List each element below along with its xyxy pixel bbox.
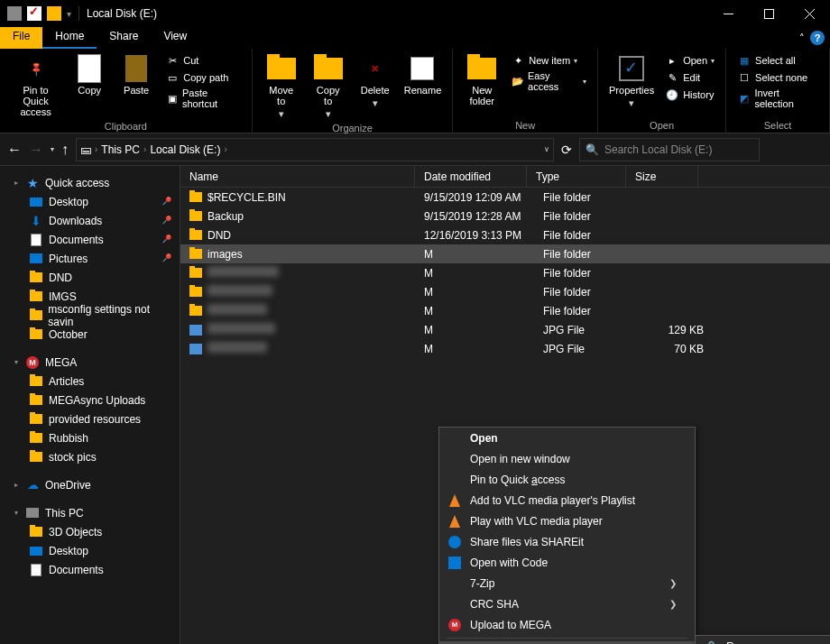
close-button[interactable] <box>789 0 830 27</box>
maximize-button[interactable] <box>749 0 789 27</box>
tab-view[interactable]: View <box>151 27 199 49</box>
pin-to-quick-access-button[interactable]: 📌 Pin to Quick access <box>7 52 64 119</box>
sidebar-item[interactable]: msconfig settings not savin <box>0 306 180 325</box>
copy-to-button[interactable]: Copy to▾ <box>307 52 350 121</box>
sidebar-item[interactable]: Documents📍 <box>0 230 180 249</box>
qat-properties-icon[interactable] <box>27 6 42 21</box>
blank-icon <box>447 575 463 592</box>
delete-button[interactable]: ✕Delete▾ <box>354 52 397 121</box>
history-button[interactable]: 🕘History <box>661 87 718 103</box>
image-icon <box>189 325 202 336</box>
blank-icon <box>447 472 463 488</box>
menu-item[interactable]: Play with VLC media player <box>439 511 695 531</box>
new-folder-icon <box>467 58 496 79</box>
menu-item[interactable]: CRC SHA ❯ <box>439 593 695 614</box>
crumb-location[interactable]: Local Disk (E:) <box>150 143 220 156</box>
pin-icon: 📌 <box>27 60 43 77</box>
rename-icon <box>410 57 434 80</box>
paste-shortcut-button[interactable]: ▣Paste shortcut <box>161 87 244 110</box>
sidebar-item[interactable]: Documents <box>0 560 180 579</box>
easy-access-button[interactable]: 📂Easy access ▾ <box>507 69 590 93</box>
sidebar-item[interactable]: provided resources <box>0 409 180 428</box>
app-icon <box>7 6 22 21</box>
menu-item[interactable]: Add to VLC media player's Playlist <box>439 490 695 511</box>
back-button[interactable]: ← <box>7 142 22 158</box>
sidebar-this-pc[interactable]: ▾This PC <box>0 503 180 522</box>
file-row[interactable]: $RECYCLE.BIN 9/15/2019 12:09 AM File fol… <box>180 188 830 207</box>
minimize-button[interactable] <box>708 0 749 27</box>
sidebar-onedrive[interactable]: ▸☁OneDrive <box>0 475 180 494</box>
menu-item[interactable]: 🔒 Remove access <box>696 636 830 644</box>
help-button[interactable]: ? <box>810 31 825 45</box>
menu-item[interactable]: 7-Zip ❯ <box>439 573 695 593</box>
qat-dropdown[interactable]: ▾ <box>67 9 71 19</box>
titlebar: ▾ Local Disk (E:) <box>0 0 830 27</box>
select-all-button[interactable]: ▦Select all <box>733 52 822 69</box>
forward-button[interactable]: → <box>29 142 43 158</box>
breadcrumb[interactable]: 🖴 › This PC › Local Disk (E:) › ∨ <box>76 138 554 161</box>
qat-newfolder-icon[interactable] <box>47 6 61 21</box>
invert-selection-button[interactable]: ◩Invert selection <box>733 87 822 110</box>
history-dropdown[interactable]: ▾ <box>51 145 54 153</box>
menu-item[interactable]: Open <box>439 428 695 448</box>
tab-share[interactable]: Share <box>97 27 151 49</box>
new-folder-button[interactable]: New folder <box>460 52 503 118</box>
file-row[interactable]: M File folder <box>180 263 830 282</box>
sidebar-item[interactable]: stock pics <box>0 447 180 466</box>
rename-button[interactable]: Rename <box>401 52 446 121</box>
sidebar-item[interactable]: Pictures📍 <box>0 249 180 268</box>
file-row[interactable]: Backup 9/15/2019 12:28 AM File folder <box>180 207 830 225</box>
chevron-right-icon: ❯ <box>669 578 677 588</box>
sidebar-item[interactable]: ⬇ Downloads📍 <box>0 211 180 230</box>
file-row[interactable]: M File folder <box>180 282 830 301</box>
folder-icon <box>189 287 202 297</box>
file-row[interactable]: M JPG File 129 KB <box>180 320 830 339</box>
up-button[interactable]: ↑ <box>61 142 69 158</box>
menu-item[interactable]: Open in new window <box>439 448 695 469</box>
properties-button[interactable]: Properties▾ <box>605 52 658 118</box>
search-input[interactable]: 🔍 Search Local Disk (E:) <box>579 138 760 161</box>
column-date[interactable]: Date modified <box>415 166 527 187</box>
file-row[interactable]: images M File folder <box>180 244 830 263</box>
sidebar-item[interactable]: DND <box>0 268 180 287</box>
file-row[interactable]: DND 12/16/2019 3:13 PM File folder <box>180 225 830 244</box>
sidebar-item[interactable]: Desktop <box>0 541 180 560</box>
address-dropdown[interactable]: ∨ <box>544 145 549 153</box>
sidebar-item[interactable]: Articles <box>0 372 180 391</box>
clipboard-group-label: Clipboard <box>7 119 244 133</box>
file-tab[interactable]: File <box>0 27 42 49</box>
menu-item[interactable]: M Upload to MEGA <box>439 614 695 635</box>
copy-path-button[interactable]: ▭Copy path <box>161 69 244 86</box>
sidebar-mega[interactable]: ▾MMEGA <box>0 353 180 372</box>
sidebar-item[interactable]: 3D Objects <box>0 522 180 541</box>
file-row[interactable]: M File folder <box>180 301 830 320</box>
refresh-button[interactable]: ⟳ <box>561 143 572 157</box>
menu-item[interactable]: Pin to Quick access <box>439 469 695 490</box>
crumb-this-pc[interactable]: This PC <box>101 143 140 156</box>
cut-button[interactable]: ✂Cut <box>161 52 244 69</box>
edit-button[interactable]: ✎Edit <box>661 69 718 86</box>
column-type[interactable]: Type <box>527 166 626 187</box>
move-to-button[interactable]: Move to▾ <box>260 52 303 121</box>
menu-item[interactable]: Share files via SHAREit <box>439 531 695 552</box>
select-all-icon: ▦ <box>737 53 752 68</box>
folder-icon <box>189 211 202 221</box>
open-button[interactable]: ▸Open ▾ <box>661 52 718 69</box>
column-size[interactable]: Size <box>626 166 698 187</box>
select-none-button[interactable]: ☐Select none <box>733 69 822 86</box>
sidebar-item[interactable]: MEGAsync Uploads <box>0 391 180 409</box>
column-name[interactable]: Name <box>180 166 415 187</box>
sidebar-item[interactable]: Desktop📍 <box>0 192 180 211</box>
path-icon: ▭ <box>165 70 180 85</box>
sidebar-quick-access[interactable]: ▸★Quick access <box>0 173 180 192</box>
sidebar-item[interactable]: Rubbish <box>0 428 180 447</box>
pin-icon: 📍 <box>157 212 174 229</box>
paste-button[interactable]: Paste <box>115 52 158 119</box>
new-item-button[interactable]: ✦New item ▾ <box>507 52 590 69</box>
menu-item[interactable]: Open with Code <box>439 552 695 573</box>
tab-home[interactable]: Home <box>42 27 97 49</box>
open-icon: ▸ <box>665 53 679 68</box>
collapse-ribbon-icon[interactable]: ˄ <box>799 32 805 44</box>
file-row[interactable]: M JPG File 70 KB <box>180 339 830 358</box>
copy-button[interactable]: Copy <box>68 52 111 119</box>
